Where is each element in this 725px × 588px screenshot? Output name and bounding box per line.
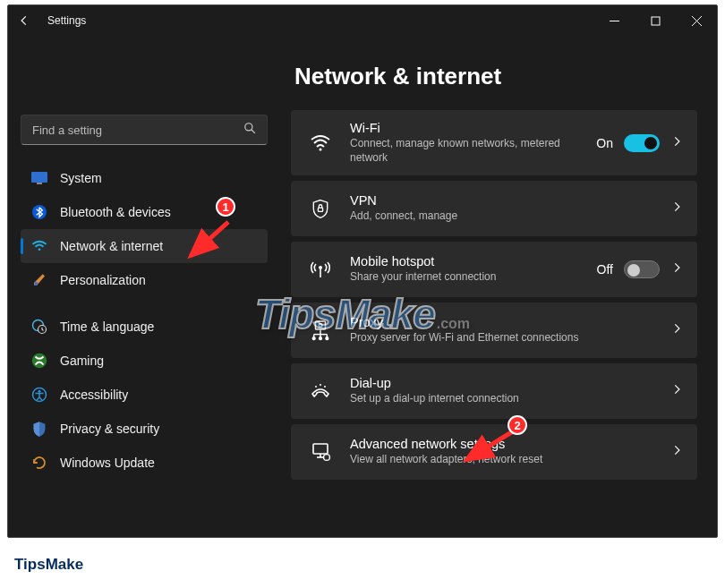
nav-item-privacy[interactable]: Privacy & security <box>21 412 268 446</box>
footer-brand: TipsMake <box>14 556 83 574</box>
svg-rect-6 <box>31 172 47 183</box>
nav-item-label: Network & internet <box>60 239 163 253</box>
row-title: Advanced network settings <box>350 437 652 451</box>
titlebar-left: Settings <box>17 13 86 28</box>
shield-icon <box>31 421 47 437</box>
row-title: Dial-up <box>350 376 652 390</box>
close-button[interactable] <box>676 5 717 36</box>
sidebar: System Bluetooth & devices Network & int… <box>8 36 277 537</box>
wifi-icon <box>309 134 332 152</box>
nav-item-label: Bluetooth & devices <box>60 205 171 219</box>
chevron-right-icon <box>670 200 683 217</box>
paintbrush-icon <box>31 272 47 288</box>
globe-clock-icon <box>31 319 47 335</box>
row-sub: Share your internet connection <box>350 270 579 285</box>
wifi-state-label: On <box>596 136 613 150</box>
app-title: Settings <box>47 14 86 27</box>
accessibility-icon <box>31 387 47 403</box>
svg-point-15 <box>320 148 322 150</box>
nav-item-system[interactable]: System <box>21 161 268 195</box>
svg-point-28 <box>326 337 328 340</box>
svg-point-17 <box>319 266 322 269</box>
row-hotspot[interactable]: Mobile hotspot Share your internet conne… <box>291 242 697 297</box>
nav-item-time-language[interactable]: Time & language <box>21 310 268 344</box>
settings-rows: Wi-Fi Connect, manage known networks, me… <box>291 110 697 480</box>
svg-rect-32 <box>313 444 328 454</box>
advanced-network-icon <box>309 442 332 462</box>
wifi-icon <box>31 238 47 254</box>
svg-line-5 <box>252 130 255 133</box>
window-controls <box>593 5 717 36</box>
nav-item-network[interactable]: Network & internet <box>21 229 268 263</box>
row-sub: Set up a dial-up internet connection <box>350 392 652 406</box>
nav-item-label: System <box>60 171 102 185</box>
wifi-toggle[interactable] <box>624 134 660 152</box>
chevron-right-icon <box>670 322 683 338</box>
row-title: Mobile hotspot <box>350 254 579 268</box>
nav-item-label: Accessibility <box>60 388 128 402</box>
minimize-button[interactable] <box>593 5 635 36</box>
row-title: Proxy <box>350 315 652 329</box>
row-vpn[interactable]: VPN Add, connect, manage <box>291 181 697 236</box>
svg-rect-16 <box>318 208 322 211</box>
nav-item-gaming[interactable]: Gaming <box>21 344 268 378</box>
bluetooth-icon <box>31 204 47 220</box>
chevron-right-icon <box>670 261 683 277</box>
svg-point-14 <box>38 390 41 393</box>
back-button[interactable] <box>17 13 31 28</box>
vpn-shield-icon <box>309 198 332 219</box>
hotspot-icon <box>309 260 332 279</box>
hotspot-toggle[interactable] <box>624 260 660 278</box>
search-input-wrapper[interactable] <box>21 115 268 145</box>
svg-point-20 <box>319 324 322 328</box>
maximize-button[interactable] <box>635 5 676 36</box>
row-dialup[interactable]: Dial-up Set up a dial-up internet connec… <box>291 363 697 419</box>
nav-list: System Bluetooth & devices Network & int… <box>21 161 268 480</box>
main-content: Network & internet Wi-Fi Connect, manage… <box>277 36 717 537</box>
nav-item-label: Privacy & security <box>60 422 159 436</box>
hotspot-state-label: Off <box>597 262 613 277</box>
nav-item-bluetooth[interactable]: Bluetooth & devices <box>21 195 268 229</box>
page-title: Network & internet <box>294 63 697 90</box>
svg-point-29 <box>315 386 317 388</box>
svg-point-9 <box>38 248 41 251</box>
dialup-icon <box>309 383 332 399</box>
row-proxy[interactable]: Proxy Proxy server for Wi-Fi and Etherne… <box>291 303 697 358</box>
row-wifi[interactable]: Wi-Fi Connect, manage known networks, me… <box>291 110 697 175</box>
nav-item-label: Gaming <box>60 354 104 368</box>
nav-item-label: Windows Update <box>60 456 155 470</box>
row-sub: Add, connect, manage <box>350 209 652 224</box>
settings-window: Settings <box>7 4 718 538</box>
row-sub: Proxy server for Wi-Fi and Ethernet conn… <box>350 331 652 345</box>
nav-item-label: Time & language <box>60 320 154 334</box>
titlebar: Settings <box>8 5 717 36</box>
chevron-right-icon <box>670 444 683 460</box>
svg-point-4 <box>245 124 252 131</box>
search-input[interactable] <box>32 124 234 137</box>
footer-bar: TipsMake <box>0 541 725 588</box>
nav-item-windows-update[interactable]: Windows Update <box>21 446 268 480</box>
nav-separator <box>21 297 268 310</box>
row-sub: Connect, manage known networks, metered … <box>350 137 578 165</box>
row-title: Wi-Fi <box>350 121 578 135</box>
row-title: VPN <box>350 193 652 208</box>
search-icon <box>243 122 256 138</box>
svg-point-31 <box>324 386 326 388</box>
svg-point-30 <box>320 384 321 386</box>
monitor-icon <box>31 170 47 186</box>
chevron-right-icon <box>670 383 683 399</box>
svg-rect-7 <box>37 183 42 184</box>
svg-rect-1 <box>652 17 660 25</box>
proxy-icon <box>309 320 332 341</box>
update-icon <box>31 455 47 471</box>
svg-point-12 <box>32 354 47 369</box>
svg-point-27 <box>320 337 322 340</box>
nav-item-label: Personalization <box>60 273 146 287</box>
svg-rect-19 <box>316 321 326 329</box>
xbox-icon <box>31 353 47 369</box>
row-sub: View all network adapters, network reset <box>350 453 652 467</box>
nav-item-personalization[interactable]: Personalization <box>21 263 268 297</box>
row-advanced-network[interactable]: Advanced network settings View all netwo… <box>291 424 697 480</box>
nav-item-accessibility[interactable]: Accessibility <box>21 378 268 412</box>
chevron-right-icon <box>670 135 683 151</box>
